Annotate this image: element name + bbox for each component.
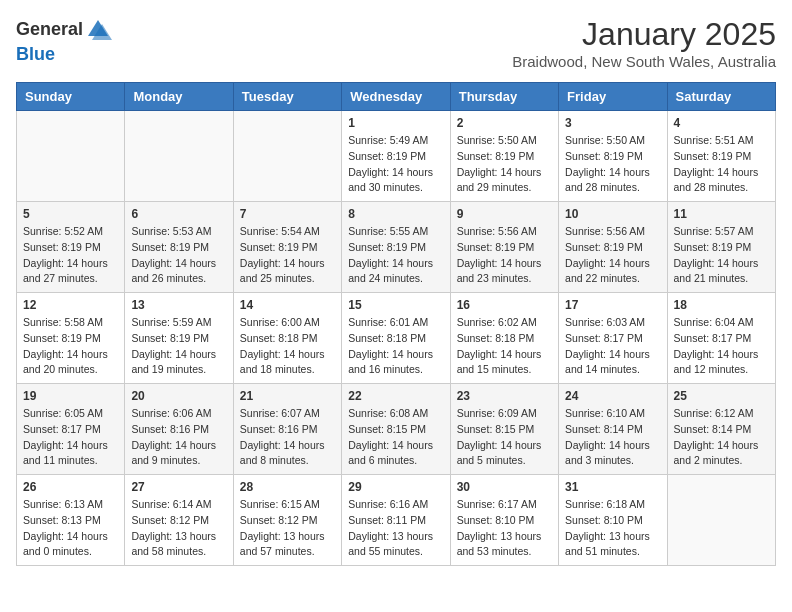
calendar-cell: 28Sunrise: 6:15 AMSunset: 8:12 PMDayligh…	[233, 475, 341, 566]
day-number: 16	[457, 298, 552, 312]
calendar-cell: 20Sunrise: 6:06 AMSunset: 8:16 PMDayligh…	[125, 384, 233, 475]
calendar-cell: 17Sunrise: 6:03 AMSunset: 8:17 PMDayligh…	[559, 293, 667, 384]
title-block: January 2025 Braidwood, New South Wales,…	[512, 16, 776, 70]
day-info: Sunrise: 6:13 AMSunset: 8:13 PMDaylight:…	[23, 497, 118, 560]
day-number: 2	[457, 116, 552, 130]
day-number: 17	[565, 298, 660, 312]
logo-blue: Blue	[16, 44, 55, 64]
day-number: 31	[565, 480, 660, 494]
calendar-cell: 22Sunrise: 6:08 AMSunset: 8:15 PMDayligh…	[342, 384, 450, 475]
calendar-week-row: 26Sunrise: 6:13 AMSunset: 8:13 PMDayligh…	[17, 475, 776, 566]
calendar-cell: 11Sunrise: 5:57 AMSunset: 8:19 PMDayligh…	[667, 202, 775, 293]
day-header-sunday: Sunday	[17, 83, 125, 111]
logo-text: General Blue	[16, 16, 112, 66]
day-info: Sunrise: 6:02 AMSunset: 8:18 PMDaylight:…	[457, 315, 552, 378]
day-info: Sunrise: 5:59 AMSunset: 8:19 PMDaylight:…	[131, 315, 226, 378]
calendar-cell: 23Sunrise: 6:09 AMSunset: 8:15 PMDayligh…	[450, 384, 558, 475]
day-info: Sunrise: 6:08 AMSunset: 8:15 PMDaylight:…	[348, 406, 443, 469]
day-number: 4	[674, 116, 769, 130]
day-info: Sunrise: 6:12 AMSunset: 8:14 PMDaylight:…	[674, 406, 769, 469]
calendar-cell: 10Sunrise: 5:56 AMSunset: 8:19 PMDayligh…	[559, 202, 667, 293]
day-info: Sunrise: 6:06 AMSunset: 8:16 PMDaylight:…	[131, 406, 226, 469]
calendar-cell	[667, 475, 775, 566]
calendar-cell: 15Sunrise: 6:01 AMSunset: 8:18 PMDayligh…	[342, 293, 450, 384]
calendar-cell: 18Sunrise: 6:04 AMSunset: 8:17 PMDayligh…	[667, 293, 775, 384]
day-number: 21	[240, 389, 335, 403]
calendar-cell: 25Sunrise: 6:12 AMSunset: 8:14 PMDayligh…	[667, 384, 775, 475]
day-number: 29	[348, 480, 443, 494]
calendar-cell: 24Sunrise: 6:10 AMSunset: 8:14 PMDayligh…	[559, 384, 667, 475]
calendar-cell: 31Sunrise: 6:18 AMSunset: 8:10 PMDayligh…	[559, 475, 667, 566]
day-info: Sunrise: 6:05 AMSunset: 8:17 PMDaylight:…	[23, 406, 118, 469]
day-number: 26	[23, 480, 118, 494]
calendar-cell: 3Sunrise: 5:50 AMSunset: 8:19 PMDaylight…	[559, 111, 667, 202]
day-info: Sunrise: 5:56 AMSunset: 8:19 PMDaylight:…	[565, 224, 660, 287]
day-info: Sunrise: 6:04 AMSunset: 8:17 PMDaylight:…	[674, 315, 769, 378]
calendar-cell	[17, 111, 125, 202]
day-info: Sunrise: 6:16 AMSunset: 8:11 PMDaylight:…	[348, 497, 443, 560]
day-info: Sunrise: 6:01 AMSunset: 8:18 PMDaylight:…	[348, 315, 443, 378]
day-info: Sunrise: 5:55 AMSunset: 8:19 PMDaylight:…	[348, 224, 443, 287]
day-number: 11	[674, 207, 769, 221]
day-number: 20	[131, 389, 226, 403]
day-number: 14	[240, 298, 335, 312]
day-info: Sunrise: 5:50 AMSunset: 8:19 PMDaylight:…	[457, 133, 552, 196]
day-info: Sunrise: 6:07 AMSunset: 8:16 PMDaylight:…	[240, 406, 335, 469]
day-number: 5	[23, 207, 118, 221]
day-number: 13	[131, 298, 226, 312]
calendar-cell: 26Sunrise: 6:13 AMSunset: 8:13 PMDayligh…	[17, 475, 125, 566]
day-info: Sunrise: 5:53 AMSunset: 8:19 PMDaylight:…	[131, 224, 226, 287]
calendar-week-row: 12Sunrise: 5:58 AMSunset: 8:19 PMDayligh…	[17, 293, 776, 384]
day-header-friday: Friday	[559, 83, 667, 111]
day-number: 22	[348, 389, 443, 403]
calendar-cell	[233, 111, 341, 202]
calendar-cell: 8Sunrise: 5:55 AMSunset: 8:19 PMDaylight…	[342, 202, 450, 293]
logo-icon	[84, 16, 112, 44]
calendar-cell: 27Sunrise: 6:14 AMSunset: 8:12 PMDayligh…	[125, 475, 233, 566]
day-info: Sunrise: 6:03 AMSunset: 8:17 PMDaylight:…	[565, 315, 660, 378]
calendar-header-row: SundayMondayTuesdayWednesdayThursdayFrid…	[17, 83, 776, 111]
day-info: Sunrise: 5:56 AMSunset: 8:19 PMDaylight:…	[457, 224, 552, 287]
calendar-week-row: 5Sunrise: 5:52 AMSunset: 8:19 PMDaylight…	[17, 202, 776, 293]
calendar-cell: 2Sunrise: 5:50 AMSunset: 8:19 PMDaylight…	[450, 111, 558, 202]
calendar-cell: 6Sunrise: 5:53 AMSunset: 8:19 PMDaylight…	[125, 202, 233, 293]
day-number: 1	[348, 116, 443, 130]
calendar-week-row: 1Sunrise: 5:49 AMSunset: 8:19 PMDaylight…	[17, 111, 776, 202]
day-number: 28	[240, 480, 335, 494]
day-info: Sunrise: 5:52 AMSunset: 8:19 PMDaylight:…	[23, 224, 118, 287]
calendar-cell: 5Sunrise: 5:52 AMSunset: 8:19 PMDaylight…	[17, 202, 125, 293]
day-number: 10	[565, 207, 660, 221]
calendar-table: SundayMondayTuesdayWednesdayThursdayFrid…	[16, 82, 776, 566]
day-number: 8	[348, 207, 443, 221]
calendar-cell: 9Sunrise: 5:56 AMSunset: 8:19 PMDaylight…	[450, 202, 558, 293]
day-header-wednesday: Wednesday	[342, 83, 450, 111]
day-number: 7	[240, 207, 335, 221]
day-info: Sunrise: 5:51 AMSunset: 8:19 PMDaylight:…	[674, 133, 769, 196]
day-header-thursday: Thursday	[450, 83, 558, 111]
calendar-week-row: 19Sunrise: 6:05 AMSunset: 8:17 PMDayligh…	[17, 384, 776, 475]
calendar-cell: 12Sunrise: 5:58 AMSunset: 8:19 PMDayligh…	[17, 293, 125, 384]
day-info: Sunrise: 6:09 AMSunset: 8:15 PMDaylight:…	[457, 406, 552, 469]
day-number: 12	[23, 298, 118, 312]
location-title: Braidwood, New South Wales, Australia	[512, 53, 776, 70]
day-number: 23	[457, 389, 552, 403]
day-number: 6	[131, 207, 226, 221]
day-number: 27	[131, 480, 226, 494]
logo: General Blue	[16, 16, 112, 66]
day-info: Sunrise: 6:15 AMSunset: 8:12 PMDaylight:…	[240, 497, 335, 560]
day-number: 18	[674, 298, 769, 312]
day-number: 15	[348, 298, 443, 312]
day-header-saturday: Saturday	[667, 83, 775, 111]
day-info: Sunrise: 6:17 AMSunset: 8:10 PMDaylight:…	[457, 497, 552, 560]
day-number: 19	[23, 389, 118, 403]
day-info: Sunrise: 6:14 AMSunset: 8:12 PMDaylight:…	[131, 497, 226, 560]
day-info: Sunrise: 5:58 AMSunset: 8:19 PMDaylight:…	[23, 315, 118, 378]
day-number: 25	[674, 389, 769, 403]
calendar-cell: 29Sunrise: 6:16 AMSunset: 8:11 PMDayligh…	[342, 475, 450, 566]
day-number: 3	[565, 116, 660, 130]
day-header-monday: Monday	[125, 83, 233, 111]
calendar-cell: 19Sunrise: 6:05 AMSunset: 8:17 PMDayligh…	[17, 384, 125, 475]
calendar-cell	[125, 111, 233, 202]
day-info: Sunrise: 5:49 AMSunset: 8:19 PMDaylight:…	[348, 133, 443, 196]
day-info: Sunrise: 5:54 AMSunset: 8:19 PMDaylight:…	[240, 224, 335, 287]
